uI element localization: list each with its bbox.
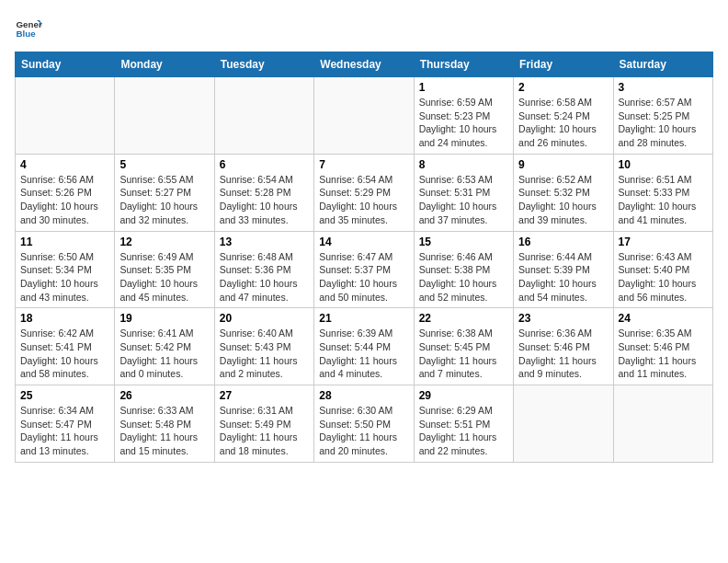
day-number: 18 bbox=[20, 312, 109, 325]
day-info: Sunrise: 6:31 AM Sunset: 5:49 PM Dayligh… bbox=[220, 404, 309, 458]
calendar-cell: 11Sunrise: 6:50 AM Sunset: 5:34 PM Dayli… bbox=[16, 231, 115, 308]
day-number: 12 bbox=[119, 236, 209, 248]
calendar-cell bbox=[514, 385, 613, 463]
calendar-cell: 2Sunrise: 6:58 AM Sunset: 5:24 PM Daylig… bbox=[514, 77, 613, 155]
day-number: 2 bbox=[518, 81, 608, 94]
day-info: Sunrise: 6:33 AM Sunset: 5:48 PM Dayligh… bbox=[119, 404, 209, 458]
day-number: 14 bbox=[319, 236, 408, 248]
calendar-cell: 3Sunrise: 6:57 AM Sunset: 5:25 PM Daylig… bbox=[613, 77, 712, 155]
day-info: Sunrise: 6:35 AM Sunset: 5:46 PM Dayligh… bbox=[619, 327, 708, 381]
calendar-cell: 24Sunrise: 6:35 AM Sunset: 5:46 PM Dayli… bbox=[613, 308, 712, 385]
day-info: Sunrise: 6:54 AM Sunset: 5:29 PM Dayligh… bbox=[319, 173, 408, 227]
calendar-cell: 23Sunrise: 6:36 AM Sunset: 5:46 PM Dayli… bbox=[514, 308, 613, 385]
calendar-cell: 1Sunrise: 6:59 AM Sunset: 5:23 PM Daylig… bbox=[414, 77, 513, 155]
calendar-cell: 8Sunrise: 6:53 AM Sunset: 5:31 PM Daylig… bbox=[414, 154, 513, 231]
calendar-cell: 9Sunrise: 6:52 AM Sunset: 5:32 PM Daylig… bbox=[514, 154, 613, 231]
header-friday: Friday bbox=[514, 52, 613, 77]
day-number: 21 bbox=[319, 312, 408, 325]
header-sunday: Sunday bbox=[16, 52, 115, 77]
day-number: 19 bbox=[119, 312, 209, 325]
calendar-cell: 27Sunrise: 6:31 AM Sunset: 5:49 PM Dayli… bbox=[214, 385, 313, 463]
header-tuesday: Tuesday bbox=[214, 52, 313, 77]
calendar-cell bbox=[613, 385, 712, 463]
calendar-cell: 26Sunrise: 6:33 AM Sunset: 5:48 PM Dayli… bbox=[115, 385, 214, 463]
calendar-week-4: 25Sunrise: 6:34 AM Sunset: 5:47 PM Dayli… bbox=[16, 385, 713, 463]
calendar-cell: 16Sunrise: 6:44 AM Sunset: 5:39 PM Dayli… bbox=[514, 231, 613, 308]
calendar-cell: 22Sunrise: 6:38 AM Sunset: 5:45 PM Dayli… bbox=[414, 308, 513, 385]
calendar-cell: 15Sunrise: 6:46 AM Sunset: 5:38 PM Dayli… bbox=[414, 231, 513, 308]
calendar-week-1: 4Sunrise: 6:56 AM Sunset: 5:26 PM Daylig… bbox=[16, 154, 713, 231]
day-info: Sunrise: 6:47 AM Sunset: 5:37 PM Dayligh… bbox=[319, 250, 408, 304]
calendar-cell bbox=[314, 77, 414, 155]
day-info: Sunrise: 6:36 AM Sunset: 5:46 PM Dayligh… bbox=[518, 327, 608, 381]
calendar-cell: 14Sunrise: 6:47 AM Sunset: 5:37 PM Dayli… bbox=[314, 231, 414, 308]
day-info: Sunrise: 6:53 AM Sunset: 5:31 PM Dayligh… bbox=[419, 173, 508, 227]
day-number: 24 bbox=[619, 312, 708, 325]
calendar-cell: 10Sunrise: 6:51 AM Sunset: 5:33 PM Dayli… bbox=[613, 154, 712, 231]
day-info: Sunrise: 6:46 AM Sunset: 5:38 PM Dayligh… bbox=[419, 250, 508, 304]
calendar-cell: 7Sunrise: 6:54 AM Sunset: 5:29 PM Daylig… bbox=[314, 154, 414, 231]
day-info: Sunrise: 6:34 AM Sunset: 5:47 PM Dayligh… bbox=[20, 404, 109, 458]
day-number: 23 bbox=[518, 312, 608, 325]
day-info: Sunrise: 6:59 AM Sunset: 5:23 PM Dayligh… bbox=[419, 96, 508, 150]
calendar-cell: 25Sunrise: 6:34 AM Sunset: 5:47 PM Dayli… bbox=[16, 385, 115, 463]
day-info: Sunrise: 6:52 AM Sunset: 5:32 PM Dayligh… bbox=[518, 173, 608, 227]
logo-icon: General Blue bbox=[15, 15, 42, 42]
header: General Blue bbox=[15, 15, 713, 42]
day-info: Sunrise: 6:30 AM Sunset: 5:50 PM Dayligh… bbox=[319, 404, 408, 458]
calendar-header-row: SundayMondayTuesdayWednesdayThursdayFrid… bbox=[16, 52, 713, 77]
day-number: 27 bbox=[220, 389, 309, 402]
day-info: Sunrise: 6:55 AM Sunset: 5:27 PM Dayligh… bbox=[119, 173, 209, 227]
day-info: Sunrise: 6:43 AM Sunset: 5:40 PM Dayligh… bbox=[619, 250, 708, 304]
day-info: Sunrise: 6:38 AM Sunset: 5:45 PM Dayligh… bbox=[419, 327, 508, 381]
day-number: 3 bbox=[619, 81, 708, 94]
header-wednesday: Wednesday bbox=[314, 52, 414, 77]
calendar-cell bbox=[115, 77, 214, 155]
day-info: Sunrise: 6:58 AM Sunset: 5:24 PM Dayligh… bbox=[518, 96, 608, 150]
day-number: 15 bbox=[419, 236, 508, 248]
calendar-cell bbox=[16, 77, 115, 155]
calendar-cell: 18Sunrise: 6:42 AM Sunset: 5:41 PM Dayli… bbox=[16, 308, 115, 385]
calendar-week-0: 1Sunrise: 6:59 AM Sunset: 5:23 PM Daylig… bbox=[16, 77, 713, 155]
day-number: 9 bbox=[518, 158, 608, 171]
calendar-cell: 28Sunrise: 6:30 AM Sunset: 5:50 PM Dayli… bbox=[314, 385, 414, 463]
day-number: 28 bbox=[319, 389, 408, 402]
day-number: 26 bbox=[119, 389, 209, 402]
day-number: 20 bbox=[220, 312, 309, 325]
day-number: 6 bbox=[220, 158, 309, 171]
day-info: Sunrise: 6:51 AM Sunset: 5:33 PM Dayligh… bbox=[619, 173, 708, 227]
day-info: Sunrise: 6:41 AM Sunset: 5:42 PM Dayligh… bbox=[119, 327, 209, 381]
day-info: Sunrise: 6:57 AM Sunset: 5:25 PM Dayligh… bbox=[619, 96, 708, 150]
calendar-cell: 5Sunrise: 6:55 AM Sunset: 5:27 PM Daylig… bbox=[115, 154, 214, 231]
logo: General Blue bbox=[15, 15, 42, 42]
day-number: 1 bbox=[419, 81, 508, 94]
calendar-cell: 29Sunrise: 6:29 AM Sunset: 5:51 PM Dayli… bbox=[414, 385, 513, 463]
day-info: Sunrise: 6:49 AM Sunset: 5:35 PM Dayligh… bbox=[119, 250, 209, 304]
day-number: 8 bbox=[419, 158, 508, 171]
calendar-cell: 12Sunrise: 6:49 AM Sunset: 5:35 PM Dayli… bbox=[115, 231, 214, 308]
day-number: 4 bbox=[20, 158, 109, 171]
day-number: 7 bbox=[319, 158, 408, 171]
day-number: 5 bbox=[119, 158, 209, 171]
calendar-cell: 17Sunrise: 6:43 AM Sunset: 5:40 PM Dayli… bbox=[613, 231, 712, 308]
day-number: 16 bbox=[518, 236, 608, 248]
day-number: 17 bbox=[619, 236, 708, 248]
day-info: Sunrise: 6:56 AM Sunset: 5:26 PM Dayligh… bbox=[20, 173, 109, 227]
calendar-cell: 13Sunrise: 6:48 AM Sunset: 5:36 PM Dayli… bbox=[214, 231, 313, 308]
calendar-cell: 20Sunrise: 6:40 AM Sunset: 5:43 PM Dayli… bbox=[214, 308, 313, 385]
svg-text:Blue: Blue bbox=[17, 29, 37, 39]
day-info: Sunrise: 6:48 AM Sunset: 5:36 PM Dayligh… bbox=[220, 250, 309, 304]
day-number: 10 bbox=[619, 158, 708, 171]
day-info: Sunrise: 6:39 AM Sunset: 5:44 PM Dayligh… bbox=[319, 327, 408, 381]
header-thursday: Thursday bbox=[414, 52, 513, 77]
day-info: Sunrise: 6:40 AM Sunset: 5:43 PM Dayligh… bbox=[220, 327, 309, 381]
calendar-cell bbox=[214, 77, 313, 155]
day-info: Sunrise: 6:50 AM Sunset: 5:34 PM Dayligh… bbox=[20, 250, 109, 304]
day-number: 13 bbox=[220, 236, 309, 248]
header-monday: Monday bbox=[115, 52, 214, 77]
calendar-cell: 21Sunrise: 6:39 AM Sunset: 5:44 PM Dayli… bbox=[314, 308, 414, 385]
day-info: Sunrise: 6:42 AM Sunset: 5:41 PM Dayligh… bbox=[20, 327, 109, 381]
day-number: 11 bbox=[20, 236, 109, 248]
day-number: 29 bbox=[419, 389, 508, 402]
day-number: 25 bbox=[20, 389, 109, 402]
